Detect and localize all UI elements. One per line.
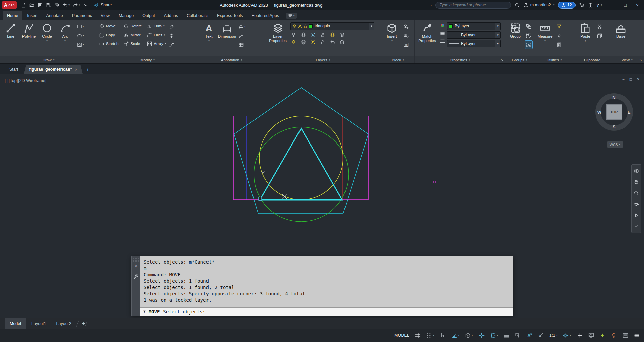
layer-thaw-icon[interactable] — [298, 24, 302, 28]
plot-icon[interactable] — [53, 0, 61, 10]
snap-mode-icon[interactable]: ▾ — [425, 332, 436, 339]
new-file-icon[interactable] — [19, 0, 28, 10]
panel-launcher-icon[interactable]: ↘ — [639, 58, 642, 62]
zoom-icon[interactable] — [634, 190, 639, 196]
full-navigation-wheel-icon[interactable] — [634, 168, 639, 174]
selection-cycling-icon[interactable] — [513, 332, 522, 339]
viewport-control-segment[interactable]: [Top] — [9, 78, 18, 83]
panel-footer-layers[interactable]: Layers▾ — [265, 56, 381, 63]
layer-properties-button[interactable]: Layer Properties — [267, 22, 288, 55]
connect-icon[interactable] — [588, 3, 593, 8]
group-edit-button[interactable] — [525, 32, 532, 40]
share-button[interactable]: Share — [94, 3, 112, 8]
layer-previous-icon[interactable] — [330, 40, 335, 45]
viewcube-south[interactable]: S — [613, 124, 616, 129]
tab-view[interactable]: View — [96, 11, 114, 20]
measure-button[interactable]: Measure ▾ — [536, 22, 554, 55]
search-input[interactable] — [435, 2, 511, 9]
file-tab-start[interactable]: Start — [4, 65, 24, 74]
lineweight-list-icon[interactable] — [440, 39, 445, 44]
tab-annotate[interactable]: Annotate — [42, 11, 67, 20]
panel-footer-modify[interactable]: Modify▾ — [97, 56, 198, 63]
isolate-objects-icon[interactable] — [609, 332, 618, 339]
panel-footer-utilities[interactable]: Utilities▾ — [534, 56, 574, 63]
table-button[interactable] — [238, 41, 247, 49]
tab-express-tools[interactable]: Express Tools — [213, 11, 247, 20]
linetype-dropdown[interactable]: ByLayer ▼ — [447, 31, 501, 39]
layer-dropdown-caret[interactable]: ▼ — [369, 23, 374, 30]
entity-cyan-triangle-selected[interactable] — [260, 128, 342, 200]
dimension-button[interactable]: Dimension — [218, 22, 236, 55]
tab-addins[interactable]: Add-ins — [159, 11, 182, 20]
annotation-monitor-icon[interactable] — [575, 332, 584, 339]
layer-off-icon[interactable] — [291, 32, 296, 37]
ribbon-display-toggle[interactable]: ▾ — [286, 13, 297, 19]
command-input-line[interactable]: ▼ MOVE Select objects: — [140, 307, 513, 316]
ellipse-button[interactable]: ▾ — [76, 32, 85, 40]
copy-button[interactable]: Copy — [99, 33, 118, 38]
paste-button[interactable]: Paste ▾ — [577, 22, 594, 55]
annotation-visibility-icon[interactable]: A — [525, 332, 534, 339]
array-button[interactable]: Array ▾ — [147, 41, 166, 46]
explode-button[interactable] — [168, 32, 175, 40]
save-icon[interactable] — [36, 0, 44, 10]
viewcube-top-face[interactable]: TOP — [606, 104, 622, 120]
workspace-switching-icon[interactable]: ▾ — [561, 332, 573, 339]
layer-walk-icon[interactable] — [340, 40, 345, 45]
lineweight-display-icon[interactable] — [502, 332, 511, 339]
layer-dropdown[interactable]: triangulo ▼ — [290, 22, 374, 30]
quick-select-button[interactable] — [556, 22, 563, 31]
entity-green-circle[interactable] — [254, 127, 349, 222]
mirror-button[interactable]: Mirror — [124, 33, 142, 38]
line-button[interactable]: Line — [2, 22, 19, 55]
layout1-tab[interactable]: Layout1 — [26, 318, 51, 329]
recent-commands-icon[interactable]: ▼ — [143, 309, 146, 314]
panel-footer-annotation[interactable]: Annotation▾ — [198, 56, 265, 63]
fillet-button[interactable]: Fillet ▾ — [147, 33, 166, 38]
viewport-control-segment[interactable]: [2D Wireframe] — [18, 78, 46, 83]
quick-calculator-button[interactable] — [556, 41, 563, 49]
join-button[interactable] — [168, 41, 175, 49]
orbit-icon[interactable] — [634, 202, 639, 207]
grid-display-icon[interactable] — [413, 332, 422, 339]
command-drag-handle[interactable] — [133, 258, 139, 262]
arc-button[interactable]: Arc ▾ — [56, 22, 74, 55]
tab-parametric[interactable]: Parametric — [67, 11, 96, 20]
insert-button[interactable]: Insert ▾ — [383, 22, 401, 55]
help-button[interactable]: ? ▾ — [597, 3, 602, 8]
panel-footer-clipboard[interactable]: Clipboard — [574, 56, 610, 63]
annotation-scale[interactable]: 1:1 ▾ — [548, 332, 559, 339]
open-folder-icon[interactable] — [28, 0, 36, 10]
user-account-button[interactable]: m.martins2 ▾ — [523, 3, 554, 8]
layer-unlock-icon[interactable] — [303, 24, 308, 28]
layer-on-icon[interactable] — [292, 24, 297, 28]
undo-icon[interactable]: ▾ — [61, 0, 72, 10]
ortho-mode-icon[interactable] — [439, 332, 448, 339]
color-wheel-icon[interactable] — [440, 23, 445, 28]
trim-button[interactable]: Trim ▾ — [147, 24, 166, 29]
app-menu-button[interactable]: A CAD — [2, 1, 17, 9]
polyline-button[interactable]: Polyline — [20, 22, 38, 55]
viewcube-north[interactable]: N — [612, 95, 615, 100]
viewcube[interactable]: N S W E TOP — [595, 93, 633, 131]
layer-unisolate-icon[interactable] — [301, 40, 306, 45]
layer-thaw2-icon[interactable] — [311, 40, 316, 45]
layer-on2-icon[interactable] — [291, 40, 296, 45]
showmotion-icon[interactable] — [634, 213, 639, 218]
tab-featured-apps[interactable]: Featured Apps — [247, 11, 283, 20]
tab-insert[interactable]: Insert — [22, 11, 42, 20]
object-snap-icon[interactable]: ▾ — [489, 332, 500, 339]
rotate-button[interactable]: Rotate — [124, 24, 142, 29]
polar-tracking-icon[interactable]: ▾ — [450, 332, 461, 339]
customization-icon[interactable] — [632, 332, 641, 339]
drawing-canvas[interactable]: [-][Top][2D Wireframe] −□× N S W E TOP W… — [0, 74, 644, 318]
cart-icon[interactable] — [579, 3, 584, 8]
pan-icon[interactable] — [634, 179, 639, 185]
linetype-list-icon[interactable] — [440, 31, 445, 36]
save-as-icon[interactable] — [44, 0, 53, 10]
erase-button[interactable] — [168, 22, 175, 31]
sysvar-monitor-icon[interactable] — [587, 332, 596, 339]
stretch-button[interactable]: Stretch — [99, 41, 118, 46]
qat-customize-icon[interactable] — [82, 0, 90, 10]
copy-clip-button[interactable] — [596, 32, 603, 40]
